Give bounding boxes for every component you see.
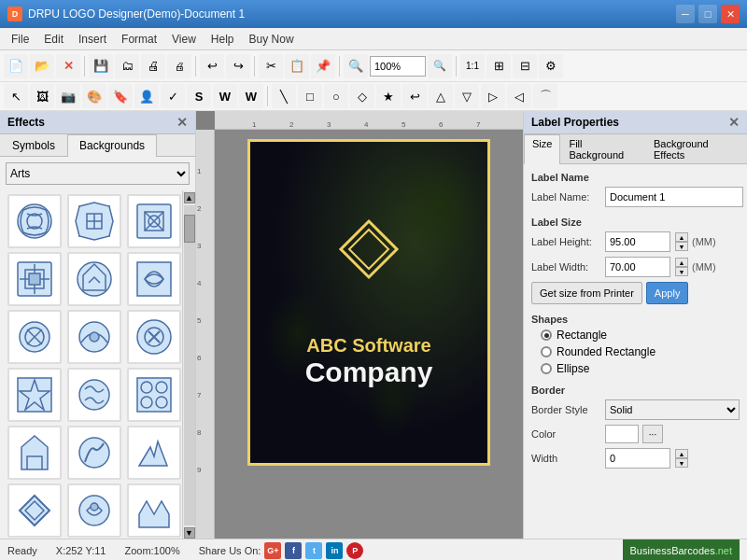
rectangle-radio[interactable] [541, 329, 552, 341]
undo-button[interactable]: ↩ [200, 54, 224, 78]
save-button[interactable]: 💾 [89, 54, 113, 78]
diamond-button[interactable]: ◇ [350, 84, 374, 108]
tab-symbols[interactable]: Symbols [0, 134, 67, 156]
effect-item[interactable] [7, 483, 62, 538]
arrow-left2-button[interactable]: ◁ [507, 84, 531, 108]
person-button[interactable]: 👤 [134, 84, 159, 108]
height-up-btn[interactable]: ▲ [675, 232, 688, 242]
color-picker-button[interactable]: ··· [642, 425, 663, 443]
color-swatch[interactable] [605, 425, 639, 443]
text-s-button[interactable]: S [187, 84, 211, 108]
minimize-button[interactable]: ─ [676, 5, 695, 23]
menu-insert[interactable]: Insert [71, 31, 114, 48]
effect-item[interactable] [127, 426, 181, 480]
paste-button[interactable]: 📌 [311, 54, 335, 78]
image-button[interactable]: 🖼 [30, 84, 54, 108]
menu-file[interactable]: File [4, 31, 36, 48]
height-input[interactable] [605, 231, 670, 252]
cut-button[interactable]: ✂ [259, 54, 283, 78]
effect-item[interactable] [67, 194, 121, 248]
settings-button[interactable]: ⚙ [539, 54, 563, 78]
pointer-button[interactable]: ╲ [272, 84, 296, 108]
effect-item[interactable] [67, 368, 121, 422]
scroll-up-btn[interactable]: ▲ [184, 192, 195, 203]
scroll-down-btn[interactable]: ▼ [184, 527, 195, 539]
actual-size-button[interactable]: 1:1 [460, 54, 485, 78]
arrow-left-button[interactable]: ↩ [402, 84, 427, 108]
effect-item[interactable] [7, 252, 62, 306]
effect-item[interactable] [67, 310, 121, 364]
effect-item[interactable] [7, 194, 62, 248]
effect-item[interactable] [7, 426, 62, 480]
border-width-down-btn[interactable]: ▼ [675, 458, 688, 468]
zoom-in-button[interactable]: 🔍 [344, 54, 368, 78]
text-w-button[interactable]: W [213, 84, 237, 108]
panel-dropdown[interactable]: Arts Nature Abstract [6, 162, 190, 185]
scrollbar[interactable]: ▲ ▼ [182, 190, 195, 539]
twitter-icon[interactable]: t [305, 542, 322, 559]
border-width-input[interactable] [605, 448, 670, 469]
tab-size[interactable]: Size [524, 134, 560, 164]
linkedin-icon[interactable]: in [326, 542, 343, 559]
rect-button[interactable]: □ [298, 84, 322, 108]
effect-item[interactable] [67, 426, 121, 480]
menu-help[interactable]: Help [204, 31, 242, 48]
google-plus-icon[interactable]: G+ [264, 542, 281, 559]
text-abc-software[interactable]: ABC Software [250, 335, 487, 357]
open-button[interactable]: 📂 [30, 54, 54, 78]
check-button[interactable]: ✓ [161, 84, 185, 108]
zoom-input[interactable]: 100% [370, 56, 426, 77]
width-input[interactable] [605, 257, 670, 277]
effect-item[interactable] [127, 252, 181, 306]
rounded-rect-radio[interactable] [541, 346, 552, 357]
grid2-button[interactable]: ⊟ [513, 54, 537, 78]
stamp-button[interactable]: 🔖 [108, 84, 133, 108]
menu-view[interactable]: View [164, 31, 204, 48]
menu-edit[interactable]: Edit [36, 31, 71, 48]
tab-fill-background[interactable]: Fill Background [560, 134, 645, 163]
close-button[interactable]: ✕ [721, 5, 740, 23]
close-doc-button[interactable]: ✕ [56, 54, 80, 78]
triangle2-button[interactable]: ▽ [455, 84, 479, 108]
effect-item[interactable] [67, 252, 121, 306]
tab-background-effects[interactable]: Background Effects [645, 134, 747, 163]
text-w2-button[interactable]: W [239, 84, 263, 108]
width-up-btn[interactable]: ▲ [675, 258, 688, 267]
border-style-select[interactable]: Solid Dashed Dotted None [605, 399, 740, 420]
get-size-from-printer-button[interactable]: Get size from Printer [531, 282, 642, 304]
ellipse-radio[interactable] [541, 363, 552, 374]
arrow-right-button[interactable]: ▷ [481, 84, 505, 108]
diamond-shape[interactable] [336, 217, 402, 282]
redo-button[interactable]: ↪ [226, 54, 250, 78]
menu-format[interactable]: Format [114, 31, 164, 48]
right-panel-close-button[interactable]: ✕ [728, 115, 740, 130]
effect-item[interactable] [67, 483, 121, 538]
gradient-button[interactable]: 🎨 [82, 84, 106, 108]
width-down-btn[interactable]: ▼ [675, 267, 688, 276]
print-button[interactable]: 🖨 [167, 54, 191, 78]
pinterest-icon[interactable]: P [346, 542, 363, 559]
zoom-out-button[interactable]: 🔍 [428, 54, 452, 78]
star-button[interactable]: ★ [376, 84, 401, 108]
maximize-button[interactable]: □ [698, 5, 717, 23]
scroll-thumb[interactable] [184, 215, 195, 243]
print-preview-button[interactable]: 🖨 [141, 54, 165, 78]
effect-item[interactable] [7, 310, 62, 364]
label-name-input[interactable] [605, 187, 743, 207]
height-down-btn[interactable]: ▼ [675, 242, 688, 251]
border-width-up-btn[interactable]: ▲ [675, 449, 688, 458]
text-company[interactable]: Company [250, 357, 487, 388]
menu-buynow[interactable]: Buy Now [242, 31, 302, 48]
circle-button[interactable]: ○ [324, 84, 348, 108]
select-button[interactable]: ↖ [4, 84, 28, 108]
panel-close-button[interactable]: ✕ [176, 115, 188, 130]
grid-button[interactable]: ⊞ [486, 54, 511, 78]
new-button[interactable]: 📄 [4, 54, 28, 78]
curve-button[interactable]: ⌒ [533, 84, 557, 108]
effect-item[interactable] [127, 368, 181, 422]
camera-button[interactable]: 📷 [56, 84, 80, 108]
effect-item[interactable] [127, 310, 181, 364]
effect-item[interactable] [127, 483, 181, 538]
effect-item[interactable] [7, 368, 62, 422]
effect-item[interactable] [127, 194, 181, 248]
